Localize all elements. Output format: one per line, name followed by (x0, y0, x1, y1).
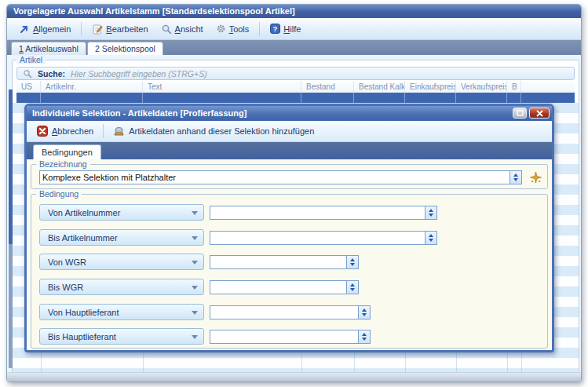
menu-separator (81, 22, 82, 36)
value-input[interactable] (213, 232, 423, 244)
column-header[interactable]: B (507, 81, 521, 93)
column-header[interactable]: Einkaufspreis (405, 81, 456, 93)
column-header[interactable]: Artikelnr. (41, 81, 143, 93)
menu-allgemein[interactable]: Allgemein (15, 21, 75, 36)
spinner-up-icon (362, 333, 367, 336)
restore-button[interactable] (513, 108, 527, 119)
value-input[interactable] (213, 306, 356, 319)
search-label: Suche: (38, 69, 65, 78)
spinner-down-icon (513, 178, 518, 181)
menu-label: Allgemein (33, 24, 71, 34)
spinner-up-icon (350, 258, 355, 261)
spinner-up-icon (362, 309, 367, 312)
help-icon: ? (270, 24, 280, 34)
gear-icon (216, 24, 226, 34)
selection-dialog: Individuelle Selektion - Artikeldaten [P… (24, 104, 554, 352)
value-field[interactable] (210, 305, 371, 319)
spinner-control[interactable] (425, 206, 436, 219)
window-title: Vorgelagerte Auswahl Artikelstamm [Stand… (13, 6, 295, 16)
cancel-icon (37, 126, 48, 137)
column-header[interactable]: Bestand Kalk. (354, 81, 405, 93)
value-field[interactable] (210, 330, 371, 344)
dialog-toolbar: Abbrechen Artikeldaten anhand dieser Sel… (27, 121, 552, 142)
spinner-control[interactable] (358, 306, 370, 319)
close-button[interactable] (529, 108, 550, 119)
add-selection-button[interactable]: Artikeldaten anhand dieser Selektion hin… (113, 126, 314, 137)
menu-tools[interactable]: Tools (211, 21, 254, 36)
column-header[interactable]: Text (143, 81, 301, 93)
selected-table-row[interactable] (16, 93, 575, 103)
chevron-down-icon (192, 286, 198, 290)
field-dropdown-value: Von Artikelnummer (48, 208, 120, 217)
cancel-label: Abbrechen (52, 126, 93, 136)
condition-row: Von Hauptlieferant (31, 304, 547, 320)
table-cell (405, 93, 456, 103)
menu-separator (259, 22, 260, 36)
menu-hilfe[interactable]: ? Hilfe (265, 21, 305, 36)
spinner-up-icon (350, 283, 355, 287)
tab-bedingungen[interactable]: Bedingungen (33, 144, 101, 159)
sparkle-icon[interactable] (529, 171, 542, 184)
spinner-control[interactable] (425, 232, 436, 244)
search-bar[interactable]: Suche: Hier Suchbegriff eingeben (STRG+S… (16, 67, 575, 80)
field-dropdown[interactable]: Von WGR (39, 254, 204, 270)
table-cell (456, 93, 507, 103)
condition-row: Bis Hauptlieferant (31, 328, 547, 345)
spinner-control[interactable] (346, 281, 358, 294)
bezeichnung-input[interactable] (42, 171, 507, 184)
field-dropdown[interactable]: Bis Artikelnummer (39, 229, 204, 246)
value-field[interactable] (210, 206, 437, 220)
spinner-control[interactable] (346, 256, 358, 268)
tab-selektionspool[interactable]: 2 Selektionspool (87, 42, 163, 55)
value-input[interactable] (213, 206, 423, 219)
field-dropdown[interactable]: Von Hauptlieferant (39, 304, 204, 320)
spinner-control[interactable] (509, 171, 521, 184)
condition-row: Bis WGR (31, 279, 547, 295)
column-header[interactable]: Bestand (301, 81, 354, 93)
table-cell (301, 93, 354, 103)
dialog-content: Bezeichnung Bedingung Von Artikelnumme (27, 159, 552, 350)
menu-bar: Allgemein Bearbeiten Ansicht Tools ? (7, 18, 581, 40)
bezeichnung-combo[interactable] (39, 170, 522, 184)
main-window: Vorgelagerte Auswahl Artikelstamm [Stand… (6, 4, 582, 382)
spinner-down-icon (429, 239, 433, 242)
tab-artikelauswahl[interactable]: 1 Artikelauswahl (11, 42, 86, 55)
tab-label: 1 Artikelauswahl (19, 42, 79, 56)
arrow-up-right-icon (20, 24, 30, 34)
spinner-up-icon (513, 173, 518, 177)
left-edge-highlight (9, 89, 13, 244)
menu-ansicht[interactable]: Ansicht (156, 21, 208, 37)
table-cell (143, 93, 301, 103)
spinner-down-icon (362, 313, 367, 316)
add-selection-label: Artikeldaten anhand dieser Selektion hin… (129, 126, 314, 136)
spinner-up-icon (429, 209, 433, 212)
spinner-down-icon (350, 263, 355, 266)
table-cell (521, 93, 575, 103)
toolbar-separator (103, 124, 104, 138)
search-icon (23, 69, 32, 78)
bezeichnung-groupbox: Bezeichnung (31, 164, 548, 189)
menu-label: Tools (229, 24, 250, 34)
window-tabstrip: 1 Artikelauswahl 2 Selektionspool (7, 40, 581, 55)
value-field[interactable] (210, 255, 359, 269)
field-dropdown[interactable]: Bis WGR (39, 279, 204, 295)
field-dropdown[interactable]: Von Artikelnummer (39, 204, 204, 221)
tab-label: Bedingungen (42, 148, 93, 157)
value-field[interactable] (210, 280, 359, 294)
value-input[interactable] (213, 330, 356, 343)
cancel-button[interactable]: Abbrechen (37, 126, 93, 137)
value-field[interactable] (210, 231, 437, 245)
bedingung-groupbox: Bedingung Von Artikelnummer (31, 194, 548, 349)
column-header[interactable]: US (16, 81, 41, 93)
value-input[interactable] (213, 281, 345, 294)
menu-bearbeiten[interactable]: Bearbeiten (87, 21, 152, 37)
spinner-control[interactable] (358, 330, 370, 343)
spinner-down-icon (362, 338, 367, 341)
artikel-group-label: Artikel (16, 55, 46, 64)
field-dropdown[interactable]: Bis Hauptlieferant (39, 328, 204, 345)
menu-label: Hilfe (283, 24, 301, 34)
value-input[interactable] (213, 256, 345, 268)
column-header[interactable]: Verkaufspreis (456, 81, 507, 93)
dialog-titlebar: Individuelle Selektion - Artikeldaten [P… (27, 106, 552, 121)
condition-row: Von WGR (31, 254, 547, 270)
